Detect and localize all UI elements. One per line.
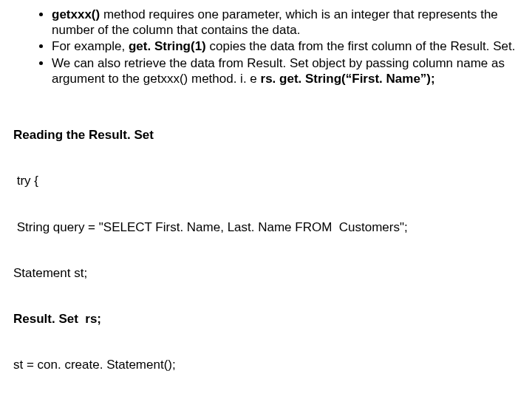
bullet-list: getxxx() method requires one parameter, … xyxy=(13,7,519,87)
bold-text: Result. Set rs; xyxy=(13,312,101,326)
text: try { xyxy=(13,174,38,188)
bold-text: getxxx() xyxy=(52,7,100,21)
code-line: Statement st; xyxy=(13,266,519,282)
text: Statement st; xyxy=(13,266,87,280)
text: For example, xyxy=(52,39,129,53)
slide: getxxx() method requires one parameter, … xyxy=(0,0,532,399)
bold-text: rs. get. String(“First. Name”); xyxy=(261,72,435,86)
bullet-item: getxxx() method requires one parameter, … xyxy=(52,7,519,38)
code-block: Reading the Result. Set try { String que… xyxy=(13,98,519,399)
code-line: String query = "SELECT First. Name, Last… xyxy=(13,220,519,236)
code-line: Reading the Result. Set xyxy=(13,128,519,143)
code-line: try { xyxy=(13,174,519,189)
code-line: Result. Set rs; xyxy=(13,312,519,327)
bullet-item: For example, get. String(1) copies the d… xyxy=(52,39,519,55)
text: String query = "SELECT First. Name, Last… xyxy=(13,220,408,234)
code-line: st = con. create. Statement(); xyxy=(13,358,519,373)
bold-text: Reading the Result. Set xyxy=(13,128,154,142)
text: method requires one parameter, which is … xyxy=(52,7,498,37)
bold-text: get. String(1) xyxy=(129,39,206,53)
text: copies the data from the first column of… xyxy=(206,39,516,53)
bullet-item: We can also retrieve the data from Resul… xyxy=(52,56,519,86)
text: st = con. create. Statement(); xyxy=(13,358,176,372)
